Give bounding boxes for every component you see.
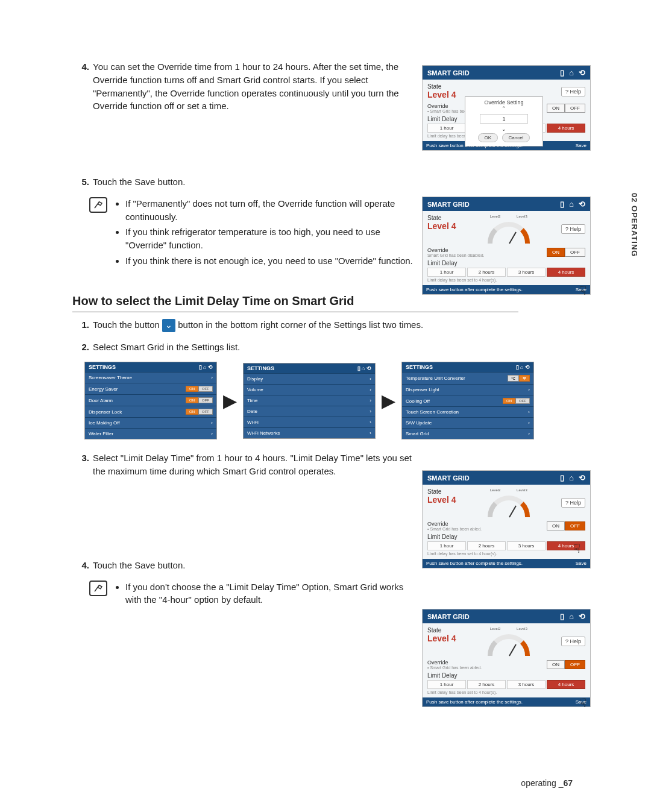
note-icon xyxy=(89,197,107,213)
override-toggle[interactable]: ONOFF xyxy=(547,248,585,257)
back-icon[interactable]: ⟲ xyxy=(579,68,585,77)
override-toggle[interactable]: ONOFF xyxy=(547,521,585,530)
toggle-on[interactable]: ON xyxy=(547,104,565,113)
note-item: If you think refrigerator temperature is… xyxy=(125,225,416,252)
settings-item[interactable]: Time› xyxy=(244,395,375,406)
gauge: Level2Level3 xyxy=(488,215,530,244)
override-label: Override xyxy=(427,659,482,666)
settings-item[interactable]: Dispenser LockONOFF xyxy=(85,406,216,417)
back-icon[interactable]: ⟲ xyxy=(579,473,585,482)
settings-item[interactable]: Screensaver Theme› xyxy=(85,372,216,383)
settings-item[interactable]: Ice Making Off› xyxy=(85,417,216,428)
help-button[interactable]: ? Help xyxy=(561,87,585,96)
settings-item[interactable]: Energy SaverONOFF xyxy=(85,383,216,394)
override-label: Override xyxy=(427,247,485,253)
settings-item[interactable]: Touch Screen Correction› xyxy=(402,406,533,417)
toggle-off[interactable]: OFF xyxy=(565,104,585,113)
toggle-on[interactable]: ON xyxy=(547,660,565,669)
settings-item[interactable]: Display› xyxy=(244,373,375,384)
settings-item[interactable]: Volume› xyxy=(244,384,375,395)
delay-option[interactable]: 2 hours xyxy=(467,680,506,689)
delay-option[interactable]: 3 hours xyxy=(507,680,546,689)
back-icon[interactable]: ⟲ xyxy=(579,612,585,621)
delay-option-selected[interactable]: 4 hours xyxy=(547,268,585,277)
settings-item[interactable]: S/W Update› xyxy=(402,417,533,428)
step-text: Select "Limit Delay Time" from 1 hour to… xyxy=(93,452,416,478)
settings-title: SETTINGS xyxy=(89,364,116,370)
grid-icon[interactable]: ▯ xyxy=(560,68,564,77)
home-icon[interactable]: ⌂ xyxy=(569,612,574,621)
settings-item[interactable]: Date› xyxy=(244,406,375,417)
state-level: Level 4 xyxy=(427,90,456,99)
cancel-button[interactable]: Cancel xyxy=(502,133,530,142)
settings-item[interactable]: Temperature Unit Converter℃℉ xyxy=(402,372,533,384)
delay-option-selected[interactable]: 4 hours xyxy=(547,124,585,133)
state-label: State xyxy=(427,627,456,634)
delay-option[interactable]: 1 hour xyxy=(427,124,466,133)
save-button[interactable]: Save xyxy=(576,561,587,566)
delay-option[interactable]: 1 hour xyxy=(427,541,466,550)
home-icon[interactable]: ⌂ xyxy=(569,473,574,482)
settings-screen-3: SETTINGS▯ ⌂ ⟲ Temperature Unit Converter… xyxy=(401,362,534,439)
arrow-right-icon: ▶ xyxy=(223,390,237,411)
hand-cursor-icon: ☟ xyxy=(579,696,587,710)
override-toggle[interactable]: ONOFF xyxy=(547,660,585,669)
help-button[interactable]: ? Help xyxy=(561,637,585,646)
settings-header: SETTINGS ▯ ⌂ ⟲ xyxy=(85,362,216,372)
settings-item[interactable]: Door AlarmONOFF xyxy=(85,394,216,406)
toggle-on[interactable]: ON xyxy=(547,248,565,257)
ok-button[interactable]: OK xyxy=(478,133,498,142)
toggle-off[interactable]: OFF xyxy=(565,521,585,530)
grid-icon[interactable]: ▯ xyxy=(560,473,564,482)
state-label: State xyxy=(427,488,456,495)
settings-item[interactable]: Cooling OffONOFF xyxy=(402,395,533,406)
step-text: You can set the Override time from 1 hou… xyxy=(93,60,416,113)
settings-item[interactable]: Wi-Fi Networks› xyxy=(244,427,375,438)
help-button[interactable]: ? Help xyxy=(561,224,585,234)
limit-label: Limit Delay xyxy=(427,533,585,540)
note-item: If you think there is not enough ice, yo… xyxy=(125,254,416,268)
step-number: 5. xyxy=(72,175,93,189)
delay-option[interactable]: 2 hours xyxy=(467,541,506,550)
popup-value[interactable]: 1 xyxy=(480,114,528,124)
step-b4: 4. Touch the Save button. xyxy=(72,559,416,572)
toggle-off[interactable]: OFF xyxy=(565,248,585,257)
page-number: 67 xyxy=(563,778,573,788)
override-toggle[interactable]: ON OFF xyxy=(547,104,585,113)
settings-item[interactable]: Wi-Fi› xyxy=(244,417,375,427)
panel-header: SMART GRID ▯⌂⟲ xyxy=(423,66,590,80)
grid-icon[interactable]: ▯ xyxy=(560,612,564,621)
limit-label: Limit Delay xyxy=(427,260,585,266)
step-number: 3. xyxy=(72,452,93,478)
chevron-down-icon[interactable]: ⌄ xyxy=(162,319,175,332)
settings-item[interactable]: Dispenser Light› xyxy=(402,384,533,395)
limit-msg: Limit delay has been set to 4 hour(s). xyxy=(427,690,585,694)
settings-item[interactable]: Water Filter› xyxy=(85,428,216,439)
settings-header: SETTINGS▯ ⌂ ⟲ xyxy=(402,362,533,372)
help-button[interactable]: ? Help xyxy=(561,498,585,508)
gauge: Level2Level3 xyxy=(488,627,530,656)
note-item: If "Permanently" does not turn off, the … xyxy=(125,197,416,224)
delay-option[interactable]: 1 hour xyxy=(427,680,466,689)
grid-icon[interactable]: ▯ xyxy=(560,200,564,209)
state-level: Level 4 xyxy=(427,495,456,505)
back-icon[interactable]: ⟲ xyxy=(579,200,585,209)
hand-cursor-icon: ☟ xyxy=(573,541,580,556)
home-icon[interactable]: ⌂ xyxy=(569,200,574,209)
smartgrid-panel-3: SMART GRID▯⌂⟲ StateLevel 4 Level2Level3 … xyxy=(422,470,591,568)
header-icons: ▯⌂⟲ xyxy=(555,68,585,77)
settings-item[interactable]: Smart Grid› xyxy=(402,428,533,439)
delay-option-selected[interactable]: 4 hours xyxy=(547,680,585,689)
text-post: button in the bottom right corner of the… xyxy=(178,319,423,330)
delay-option[interactable]: 3 hours xyxy=(507,268,546,277)
delay-option[interactable]: 1 hour xyxy=(427,268,466,277)
delay-option[interactable]: 2 hours xyxy=(467,268,506,277)
toggle-off[interactable]: OFF xyxy=(565,660,585,669)
toggle-on[interactable]: ON xyxy=(547,521,565,530)
state-level: Level 4 xyxy=(427,221,456,231)
note-icon xyxy=(89,581,107,596)
delay-option[interactable]: 3 hours xyxy=(507,541,546,550)
save-button[interactable]: Save xyxy=(576,143,587,148)
home-icon[interactable]: ⌂ xyxy=(569,68,574,77)
state-level: Level 4 xyxy=(427,634,456,643)
